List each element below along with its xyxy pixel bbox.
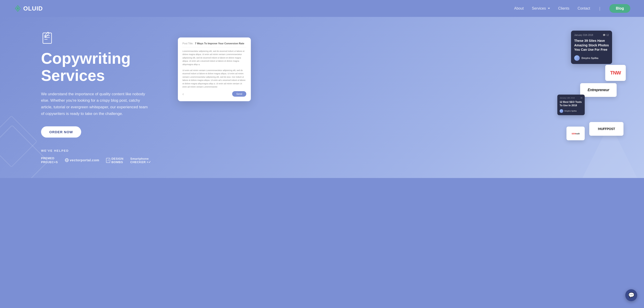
helped-section: WE'VE HELPED PREMEDPROJEC+S vectorportal… — [41, 149, 160, 164]
diamond-decoration — [0, 116, 37, 167]
send-button[interactable]: Send — [232, 91, 246, 97]
blog-post-card: Post Title: 7 Ways To Improve Your Conve… — [178, 38, 251, 101]
nav-services[interactable]: Services — [532, 7, 550, 11]
post-label: Post Title: 7 Ways To Improve Your Conve… — [182, 42, 246, 45]
author-name: Dmytro Spilka — [582, 57, 598, 59]
article-meta: January 31th 2018 💬 12 — [574, 34, 609, 36]
design-bombs-logo: / DESIGNBOMBS — [106, 157, 123, 164]
hero-visual: Post Title: 7 Ways To Improve Your Conve… — [160, 26, 630, 164]
seo-date: January 13th 2018 — [560, 97, 575, 99]
order-now-button[interactable]: ORDER NOW — [41, 126, 81, 137]
entrepreneur-logo: Entrepreneur — [588, 88, 609, 92]
chat-button[interactable]: 💬 — [625, 289, 637, 301]
nav-links: About Services Clients Contact — [514, 7, 590, 11]
semrush-logo: SEMrush — [572, 132, 580, 135]
article-card-large: January 31th 2018 💬 12 These 39 Sites Ha… — [571, 31, 612, 64]
svg-rect-2 — [43, 33, 52, 43]
tnw-card: TNW — [605, 65, 626, 81]
article-title: These 39 Sites Have Amazing Stock Photos… — [574, 39, 609, 52]
svg-marker-7 — [44, 36, 46, 38]
premed-logo: PREMEDPROJEC+S — [41, 157, 58, 164]
huffpost-logo: !HUFFPOST — [598, 127, 615, 131]
entrepreneur-card: Entrepreneur — [580, 83, 617, 97]
logo-text: OLUID — [23, 5, 43, 12]
nav-divider: | — [599, 6, 600, 11]
hero-description: We understand the importance of quality … — [41, 91, 150, 117]
smartphone-checker-logo: SmartphoneCHECKER ≡✓ — [130, 157, 151, 164]
nav-clients[interactable]: Clients — [558, 7, 570, 11]
seo-meta: January 13th 2018 38 — [560, 97, 582, 99]
hero-content: Copywriting Services We understand the i… — [41, 26, 160, 164]
seo-author: Dmytro Spilka — [560, 109, 582, 113]
svg-marker-1 — [17, 7, 19, 10]
post-footer: ‹ Send — [182, 91, 246, 97]
comment-icon: 💬 — [603, 34, 606, 36]
seo-author-name: Dmytro Spilka — [564, 110, 577, 112]
blog-button[interactable]: Blog — [609, 4, 630, 13]
hero-icon — [41, 31, 160, 45]
article-date: January 31th 2018 — [574, 34, 593, 36]
hero-title: Copywriting Services — [41, 50, 160, 84]
nav-about[interactable]: About — [514, 7, 524, 11]
navigation: OLUID About Services Clients Contact | B… — [0, 0, 644, 17]
seo-card: January 13th 2018 38 12 Best SEO Tools T… — [557, 95, 585, 115]
huffpost-card: !HUFFPOST — [589, 122, 624, 136]
post-body-text-2: Ut enim ad minim veniam Loremmnsectetur … — [182, 69, 246, 88]
seo-author-avatar — [560, 109, 563, 113]
author-avatar — [574, 55, 580, 61]
post-body-text-1: Loremmnsectetur adipisicing elit, sed do… — [182, 50, 246, 66]
semrush-card: SEMrush — [566, 127, 585, 140]
tnw-logo: TNW — [610, 70, 621, 76]
prev-button[interactable]: ‹ — [182, 92, 184, 96]
helped-label: WE'VE HELPED — [41, 149, 160, 152]
nav-contact[interactable]: Contact — [578, 7, 590, 11]
article-comments: 💬 12 — [603, 34, 609, 36]
logo[interactable]: OLUID — [14, 4, 43, 13]
vector-portal-logo: vectorportal.com — [65, 158, 100, 163]
seo-title: 12 Best SEO Tools To Use In 2018 — [560, 100, 582, 107]
chevron-down-icon — [548, 8, 550, 9]
hero-section: Copywriting Services We understand the i… — [0, 17, 644, 178]
chat-icon: 💬 — [628, 292, 634, 298]
helped-logos: PREMEDPROJEC+S vectorportal.com / — [41, 157, 160, 164]
article-author: Dmytro Spilka — [574, 55, 609, 61]
